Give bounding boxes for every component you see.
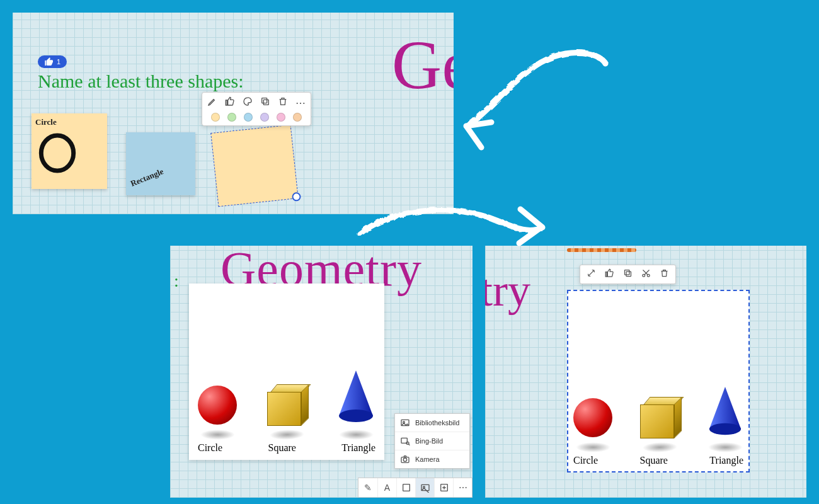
menu-item-label: Bibliotheksbild xyxy=(415,419,459,427)
svg-rect-11 xyxy=(403,484,410,491)
cube-icon xyxy=(640,398,679,437)
svg-point-4 xyxy=(339,410,373,422)
sphere-icon xyxy=(198,386,237,425)
tool-image[interactable] xyxy=(415,478,434,497)
sticky-note-label: Circle xyxy=(35,117,103,127)
menu-item-bing[interactable]: Bing-Bild xyxy=(395,432,469,450)
trash-icon[interactable] xyxy=(278,96,288,109)
swatch-orange[interactable] xyxy=(293,113,302,122)
image-context-toolbar xyxy=(580,265,676,284)
cube-icon xyxy=(267,386,306,425)
swatch-pink[interactable] xyxy=(277,113,285,122)
answer-image-card[interactable]: Circle Square Triangle xyxy=(189,284,384,460)
sketch-arrow-left xyxy=(454,44,617,158)
whiteboard-panel-3: try Circle Square Triangle xyxy=(485,246,806,498)
instruction-fragment: : xyxy=(174,271,179,291)
swatch-blue[interactable] xyxy=(244,113,253,122)
label-circle: Circle xyxy=(573,455,598,466)
ruler-tool[interactable] xyxy=(567,248,636,252)
svg-rect-2 xyxy=(262,98,267,103)
sticky-note-selected[interactable] xyxy=(210,125,299,207)
reaction-count: 1 xyxy=(57,58,60,66)
menu-item-label: Bing-Bild xyxy=(415,437,443,445)
whiteboard-panel-2: Geometry : Circle Square xyxy=(170,246,472,498)
svg-marker-19 xyxy=(709,387,741,429)
palette-icon[interactable] xyxy=(243,96,253,109)
sphere-icon xyxy=(573,398,612,437)
cone-icon xyxy=(336,370,375,425)
cut-icon[interactable] xyxy=(641,268,651,280)
label-square: Square xyxy=(268,442,296,454)
image-icon xyxy=(400,418,410,428)
shapes-row xyxy=(198,333,375,440)
text-icon: A xyxy=(384,483,390,493)
sticky-note-rectangle[interactable]: Rectangle xyxy=(126,132,195,195)
menu-item-library[interactable]: Bibliotheksbild xyxy=(395,414,469,432)
svg-point-0 xyxy=(41,135,73,171)
note-icon xyxy=(401,483,411,493)
image-source-menu: Bibliotheksbild Bing-Bild Kamera xyxy=(394,413,470,469)
instruction-text: Name at least three shapes: xyxy=(38,71,244,92)
swatch-green[interactable] xyxy=(227,113,236,122)
copy-icon[interactable] xyxy=(260,96,270,109)
thumb-up-icon[interactable] xyxy=(605,268,614,280)
selected-image-frame[interactable]: Circle Square Triangle xyxy=(567,290,750,472)
copy-icon[interactable] xyxy=(623,268,633,280)
label-triangle: Triangle xyxy=(341,442,375,454)
label-square: Square xyxy=(640,455,668,466)
tool-more[interactable]: ⋯ xyxy=(453,478,472,497)
svg-marker-3 xyxy=(339,370,373,416)
thumb-up-icon[interactable] xyxy=(225,96,235,109)
camera-icon xyxy=(400,454,410,464)
more-icon: ⋯ xyxy=(459,483,467,493)
title-fragment: try xyxy=(485,265,530,317)
label-triangle: Triangle xyxy=(709,455,743,466)
trash-icon[interactable] xyxy=(660,268,669,280)
tool-note[interactable] xyxy=(396,478,415,497)
label-circle: Circle xyxy=(198,442,222,454)
edit-icon[interactable] xyxy=(207,96,217,109)
magic-select-icon[interactable] xyxy=(587,268,596,280)
reaction-badge[interactable]: 1 xyxy=(38,55,67,68)
color-swatch-row xyxy=(207,113,306,122)
svg-rect-15 xyxy=(626,272,631,277)
whiteboard-panel-1: 1 Name at least three shapes: Ge Circle … xyxy=(13,13,454,214)
title-partial: Ge xyxy=(392,25,454,105)
svg-rect-16 xyxy=(625,270,630,275)
cone-icon xyxy=(707,387,743,437)
swatch-purple[interactable] xyxy=(260,113,269,122)
image-icon xyxy=(420,483,430,493)
menu-item-camera[interactable]: Kamera xyxy=(395,450,469,468)
more-icon[interactable]: ⋯ xyxy=(295,97,306,109)
svg-point-20 xyxy=(709,423,741,435)
plus-square-icon xyxy=(439,483,449,493)
hand-circle-icon xyxy=(35,131,79,175)
svg-point-10 xyxy=(403,458,406,461)
tool-text[interactable]: A xyxy=(377,478,396,497)
tool-pen[interactable]: ✎ xyxy=(358,478,377,497)
menu-item-label: Kamera xyxy=(415,455,440,463)
tool-add[interactable] xyxy=(434,478,453,497)
swatch-yellow[interactable] xyxy=(211,113,220,122)
sticky-note-label: Rectangle xyxy=(129,166,165,188)
note-context-toolbar: ⋯ xyxy=(202,92,311,126)
whiteboard-main-toolbar: ✎ A ⋯ xyxy=(358,478,472,498)
pen-icon: ✎ xyxy=(364,483,372,493)
svg-rect-1 xyxy=(263,100,268,105)
thumb-up-icon xyxy=(44,57,54,67)
search-image-icon xyxy=(400,436,410,446)
sticky-note-circle[interactable]: Circle xyxy=(32,113,107,189)
